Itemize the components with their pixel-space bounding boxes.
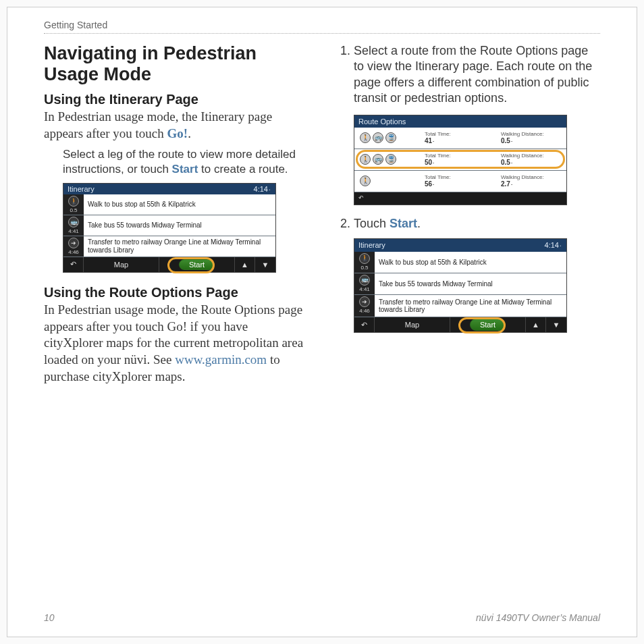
- value: 0.5⬝: [501, 159, 561, 167]
- start-label: Start: [390, 217, 417, 230]
- total-time: Total Time: 41⬝: [425, 131, 485, 146]
- leg-sub: 0.5: [70, 207, 77, 213]
- columns: Navigating in Pedestrian Usage Mode Usin…: [44, 43, 600, 390]
- route-option-row[interactable]: 🚶 🚌 🚆 Total Time: 41⬝ Walking Distance: …: [354, 128, 566, 149]
- bus-icon: 🚌: [68, 217, 79, 227]
- itinerary-leg[interactable]: 🚌 4:41 Take bus 55 towards Midway Termin…: [63, 215, 275, 236]
- transfer-icon: ➜: [68, 238, 79, 248]
- leg-icon-col: 🚶 0.5: [63, 194, 84, 215]
- route-option-row[interactable]: 🚶 🚌 🚆 Total Time: 50⬝ Walking Distance: …: [354, 149, 566, 171]
- clock: 4:14⬝: [254, 185, 271, 193]
- transfer-icon: ➜: [359, 296, 370, 307]
- leg-sub: 4:41: [68, 228, 79, 234]
- train-icon: 🚆: [385, 132, 396, 143]
- footer: 10 nüvi 1490TV Owner’s Manual: [44, 612, 600, 623]
- total-time: Total Time: 50⬝: [425, 153, 485, 167]
- clock: 4:14⬝: [545, 240, 562, 250]
- label: Total Time:: [425, 174, 485, 181]
- leg-icon-col: ➜ 4:46: [354, 295, 375, 316]
- start-button-wrap[interactable]: Start: [450, 317, 526, 332]
- itinerary-bottombar: ↶ Map Start ▲ ▼: [63, 257, 275, 272]
- itinerary-screenshot-2: Itinerary 4:14⬝ 🚶 0.5 Walk to bus stop a…: [354, 238, 567, 333]
- train-icon: 🚆: [385, 154, 396, 165]
- walk-icon: 🚶: [68, 196, 79, 207]
- steps-list: Select a route from the Route Options pa…: [335, 43, 600, 333]
- walk-icon: 🚶: [359, 253, 370, 264]
- itinerary-title: Itinerary: [68, 185, 95, 193]
- itinerary-screenshot-1: Itinerary 4:14⬝ 🚶 0.5 Walk to bus stop a…: [63, 183, 276, 273]
- leg-text: Transfer to metro railway Orange Line at…: [375, 296, 566, 316]
- map-button[interactable]: Map: [84, 257, 159, 272]
- bus-icon: 🚌: [359, 275, 370, 286]
- label: Walking Distance:: [501, 174, 561, 181]
- walking-distance: Walking Distance: 2.7⬝: [501, 174, 561, 189]
- up-button[interactable]: ▲: [235, 257, 255, 272]
- itinerary-leg[interactable]: ➜ 4:46 Transfer to metro railway Orange …: [63, 236, 275, 257]
- leg-text: Walk to bus stop at 55th & Kilpatrick: [84, 198, 275, 211]
- itinerary-title: Itinerary: [358, 240, 385, 250]
- leg-sub: 4:46: [359, 308, 370, 315]
- indent-leg-instruction: Select a leg of the route to view more d…: [63, 147, 302, 176]
- back-button[interactable]: ↶: [358, 194, 364, 203]
- map-button[interactable]: Map: [375, 317, 450, 332]
- itinerary-leg[interactable]: 🚶 0.5 Walk to bus stop at 55th & Kilpatr…: [63, 194, 275, 215]
- bus-icon: 🚌: [373, 154, 383, 165]
- text: to create a route.: [198, 163, 288, 176]
- leg-icon-col: 🚌 4:41: [354, 273, 375, 294]
- go-label: Go!: [167, 126, 188, 140]
- leg-sub: 0.5: [360, 265, 368, 271]
- itinerary-titlebar: Itinerary 4:14⬝: [63, 184, 275, 194]
- itinerary-titlebar: Itinerary 4:14⬝: [354, 239, 566, 251]
- itinerary-bottombar: ↶ Map Start ▲ ▼: [354, 317, 566, 332]
- header: Getting Started: [44, 20, 600, 34]
- down-button[interactable]: ▼: [546, 317, 566, 332]
- walk-icon: 🚶: [360, 132, 371, 143]
- route-bottombar: ↶: [354, 192, 566, 205]
- step-2: Touch Start. Itinerary 4:14⬝ 🚶 0.5: [354, 216, 600, 333]
- breadcrumb: Getting Started: [44, 20, 600, 32]
- value: 50⬝: [425, 159, 485, 167]
- route-titlebar: Route Options: [354, 115, 566, 128]
- back-button[interactable]: ↶: [63, 257, 84, 272]
- step-1-text: Select a route from the Route Options pa…: [354, 44, 592, 105]
- para-itinerary-intro: In Pedestrian usage mode, the Itinerary …: [44, 109, 309, 142]
- para-route-options: In Pedestrian usage mode, the Route Opti…: [44, 302, 309, 385]
- start-button-wrap[interactable]: Start: [159, 257, 235, 272]
- walking-distance: Walking Distance: 0.5⬝: [501, 153, 561, 167]
- itinerary-leg[interactable]: ➜ 4:46 Transfer to metro railway Orange …: [354, 295, 566, 317]
- text: Touch: [354, 217, 390, 230]
- page-title: Navigating in Pedestrian Usage Mode: [44, 43, 309, 85]
- right-column: Select a route from the Route Options pa…: [335, 43, 600, 390]
- page-number: 10: [44, 612, 55, 623]
- route-icons: 🚶 🚌 🚆: [360, 132, 408, 143]
- manual-title: nüvi 1490TV Owner’s Manual: [476, 612, 600, 623]
- walking-distance: Walking Distance: 0.5⬝: [501, 131, 561, 146]
- route-option-row[interactable]: 🚶 Total Time: 56⬝ Walking Distance: 2.7⬝: [354, 171, 566, 192]
- text: .: [188, 126, 191, 140]
- start-button[interactable]: Start: [470, 319, 506, 331]
- leg-text: Take bus 55 towards Midway Terminal: [375, 278, 566, 290]
- total-time: Total Time: 56⬝: [425, 174, 485, 189]
- itinerary-leg[interactable]: 🚶 0.5 Walk to bus stop at 55th & Kilpatr…: [354, 252, 566, 273]
- route-icons: 🚶 🚌 🚆: [360, 154, 408, 165]
- label: Total Time:: [425, 153, 485, 159]
- walk-icon: 🚶: [360, 176, 371, 186]
- step-1: Select a route from the Route Options pa…: [354, 43, 600, 205]
- label: Walking Distance:: [501, 131, 561, 138]
- page-frame: Getting Started Navigating in Pedestrian…: [7, 7, 637, 637]
- back-button[interactable]: ↶: [354, 317, 375, 332]
- itinerary-leg[interactable]: 🚌 4:41 Take bus 55 towards Midway Termin…: [354, 273, 566, 295]
- up-button[interactable]: ▲: [526, 317, 546, 332]
- route-icons: 🚶: [360, 176, 408, 186]
- leg-icon-col: ➜ 4:46: [63, 236, 84, 257]
- leg-icon-col: 🚶 0.5: [354, 252, 375, 273]
- garmin-link[interactable]: www.garmin.com: [175, 352, 267, 367]
- divider: [44, 33, 600, 34]
- start-button[interactable]: Start: [179, 259, 215, 270]
- text: In Pedestrian usage mode, the Itinerary …: [44, 109, 272, 140]
- down-button[interactable]: ▼: [255, 257, 275, 272]
- value: 0.5⬝: [501, 137, 561, 145]
- subhead-route-options: Using the Route Options Page: [44, 285, 309, 300]
- value: 41⬝: [425, 137, 485, 145]
- leg-text: Take bus 55 towards Midway Terminal: [84, 219, 275, 232]
